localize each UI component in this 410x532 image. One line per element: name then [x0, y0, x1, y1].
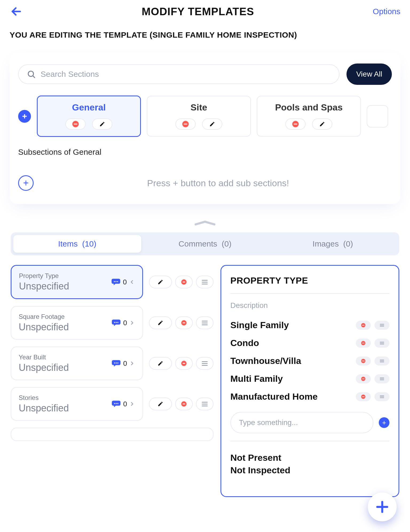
option-row: Condo	[230, 334, 389, 352]
svg-point-9	[114, 363, 115, 364]
item-edit-button[interactable]	[149, 276, 172, 288]
drag-lines-icon	[380, 377, 384, 381]
item-value: Unspecified	[19, 321, 108, 333]
option-reorder-handle[interactable]	[374, 356, 389, 366]
item-reorder-handle[interactable]	[196, 357, 214, 370]
svg-point-14	[117, 403, 118, 404]
svg-point-10	[116, 363, 117, 364]
option-reorder-handle[interactable]	[374, 374, 389, 383]
pencil-icon	[157, 279, 163, 285]
item-delete-button[interactable]	[175, 357, 193, 370]
section-name: Pools and Spas	[263, 102, 355, 113]
tab-comments[interactable]: Comments (0)	[141, 235, 269, 253]
item-edit-button[interactable]	[149, 357, 172, 370]
section-card-pools-and-spas[interactable]: Pools and Spas	[257, 96, 361, 137]
item-card-partial[interactable]	[11, 428, 214, 441]
comment-icon	[112, 319, 122, 327]
option-reorder-handle[interactable]	[374, 339, 389, 348]
section-delete-button[interactable]	[175, 118, 196, 130]
option-reorder-handle[interactable]	[374, 321, 389, 330]
section-card-partial[interactable]	[367, 105, 388, 128]
option-name: Not Inspected	[230, 465, 290, 475]
section-card-general[interactable]: General	[37, 96, 141, 137]
option-delete-button[interactable]	[356, 339, 371, 348]
option-delete-button[interactable]	[356, 321, 371, 330]
comment-icon	[112, 400, 122, 408]
add-option-input[interactable]	[230, 412, 373, 433]
add-section-button[interactable]: +	[18, 110, 31, 123]
item-edit-button[interactable]	[149, 316, 172, 329]
minus-icon	[361, 323, 365, 327]
item-delete-button[interactable]	[175, 316, 193, 329]
add-option-button[interactable]: +	[379, 417, 389, 428]
minus-icon	[181, 279, 187, 285]
option-row: Townhouse/Villa	[230, 352, 389, 370]
detail-title: PROPERTY TYPE	[230, 275, 389, 286]
pencil-icon	[99, 121, 105, 127]
option-row: Multi Family	[230, 370, 389, 388]
item-reorder-handle[interactable]	[196, 276, 214, 288]
tab-images[interactable]: Images (0)	[269, 235, 397, 253]
option-name: Manufactured Home	[230, 391, 318, 402]
item-label: Stories	[19, 394, 108, 402]
minus-icon	[361, 395, 365, 399]
drag-handle[interactable]	[0, 215, 410, 225]
drag-lines-icon	[380, 323, 384, 327]
options-link[interactable]: Options	[373, 7, 400, 16]
item-delete-button[interactable]	[175, 276, 193, 288]
item-card-square-footage[interactable]: Square Footage Unspecified 0	[11, 306, 143, 340]
item-row: Year Built Unspecified 0	[11, 347, 214, 380]
search-sections-input[interactable]	[41, 70, 331, 79]
pencil-icon	[157, 401, 163, 407]
item-card-property-type[interactable]: Property Type Unspecified 0	[11, 265, 143, 299]
pencil-icon	[319, 121, 325, 127]
chevron-right-icon	[129, 399, 135, 408]
section-delete-button[interactable]	[285, 118, 306, 130]
item-row: Square Footage Unspecified 0	[11, 306, 214, 340]
option-delete-button[interactable]	[356, 374, 371, 383]
item-comment-count: 0	[123, 319, 127, 327]
view-all-button[interactable]: View All	[346, 63, 392, 85]
plus-icon: +	[382, 419, 386, 427]
comment-icon	[111, 278, 121, 286]
minus-icon	[181, 320, 187, 325]
svg-point-8	[117, 322, 118, 323]
page-title: MODIFY TEMPLATES	[23, 6, 373, 18]
pencil-icon	[157, 320, 163, 326]
item-value: Unspecified	[19, 403, 108, 414]
option-delete-button[interactable]	[356, 392, 371, 401]
drag-lines-icon	[202, 280, 208, 284]
item-card-stories[interactable]: Stories Unspecified 0	[11, 387, 143, 421]
add-subsection-button[interactable]: +	[18, 175, 34, 191]
option-reorder-handle[interactable]	[374, 392, 389, 401]
item-label: Property Type	[19, 272, 108, 280]
search-sections-field[interactable]	[18, 64, 340, 84]
minus-icon	[72, 121, 79, 127]
section-edit-button[interactable]	[312, 118, 332, 130]
comment-icon	[112, 359, 122, 367]
back-button[interactable]	[10, 5, 23, 18]
section-edit-button[interactable]	[92, 118, 112, 130]
section-edit-button[interactable]	[202, 118, 222, 130]
drag-lines-icon	[202, 402, 208, 406]
section-card-site[interactable]: Site	[147, 96, 251, 137]
tab-label: Images	[313, 239, 339, 248]
item-card-year-built[interactable]: Year Built Unspecified 0	[11, 347, 143, 380]
item-reorder-handle[interactable]	[196, 316, 214, 329]
item-comment-count: 0	[123, 400, 127, 408]
fab-add-button[interactable]	[368, 493, 397, 521]
option-delete-button[interactable]	[356, 356, 371, 366]
item-edit-button[interactable]	[149, 398, 172, 410]
tab-items[interactable]: Items (10)	[13, 235, 141, 253]
tab-count: 0	[346, 239, 350, 248]
item-reorder-handle[interactable]	[196, 398, 214, 410]
pencil-icon	[209, 121, 215, 127]
section-delete-button[interactable]	[65, 118, 86, 130]
option-row: Single Family	[230, 316, 389, 334]
svg-point-12	[114, 403, 115, 404]
drag-lines-icon	[202, 361, 208, 366]
item-delete-button[interactable]	[175, 398, 193, 410]
item-comment-count: 0	[123, 278, 127, 286]
option-name: Multi Family	[230, 374, 283, 384]
editing-subheader: YOU ARE EDITING THE TEMPLATE (SINGLE FAM…	[0, 23, 410, 42]
